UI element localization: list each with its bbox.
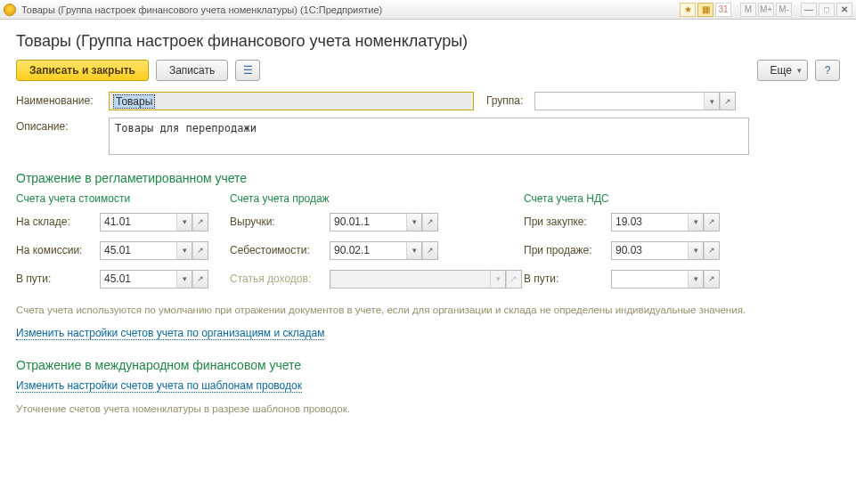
subsection-sales: Счета учета продаж	[230, 192, 524, 205]
vat-sale-open[interactable]: ↗	[704, 241, 720, 260]
page-title: Товары (Группа настроек финансового учет…	[16, 32, 840, 51]
sales-revenue-dropdown[interactable]: ▾	[406, 213, 422, 232]
close-icon[interactable]: ✕	[836, 3, 852, 17]
sales-revenue-combo[interactable]: ▾ ↗	[330, 213, 438, 232]
section-reg-accounting: Отражение в регламетированном учете	[16, 171, 840, 185]
cost-commission-input[interactable]	[100, 241, 176, 260]
sales-cogs-label: Себестоимости:	[230, 244, 330, 256]
form-list-button[interactable]: ☰	[235, 60, 260, 81]
link-accounts-by-org[interactable]: Изменить настройки счетов учета по орган…	[16, 327, 324, 340]
sales-cogs-input[interactable]	[330, 241, 406, 260]
cost-instock-combo[interactable]: ▾ ↗	[100, 213, 208, 232]
sales-revenue-input[interactable]	[330, 213, 406, 232]
titlebar-controls: ★ ▦ 31 M M+ M- — □ ✕	[680, 3, 852, 17]
cost-commission-dropdown[interactable]: ▾	[176, 241, 192, 260]
subsection-cost: Счета учета стоимости	[16, 192, 230, 205]
save-and-close-button[interactable]: Записать и закрыть	[16, 60, 149, 81]
titlebar-memory-mminus-icon[interactable]: M-	[776, 3, 792, 17]
vat-sale-label: При продаже:	[524, 244, 611, 256]
ifrs-hint: Уточнение счетов учета номенклатуры в ра…	[16, 402, 840, 417]
vat-transit-dropdown[interactable]: ▾	[688, 270, 704, 289]
cost-instock-input[interactable]	[100, 213, 176, 232]
sales-income-input	[330, 270, 490, 289]
vat-purchase-open[interactable]: ↗	[704, 213, 720, 232]
list-icon: ☰	[243, 64, 253, 77]
titlebar-memory-mplus-icon[interactable]: M+	[758, 3, 774, 17]
maximize-icon[interactable]: □	[819, 3, 835, 17]
name-input[interactable]: Товары	[109, 92, 474, 110]
minimize-icon[interactable]: —	[801, 3, 817, 17]
titlebar-grid-icon[interactable]: ▦	[697, 3, 713, 17]
save-button[interactable]: Записать	[156, 60, 228, 81]
vat-transit-input[interactable]	[611, 270, 688, 289]
cost-transit-input[interactable]	[100, 270, 176, 289]
vat-purchase-dropdown[interactable]: ▾	[688, 213, 704, 232]
vat-transit-label: В пути:	[524, 272, 611, 285]
window-titlebar: Товары (Группа настроек финансового учет…	[0, 0, 856, 20]
cost-instock-dropdown[interactable]: ▾	[176, 213, 192, 232]
sales-revenue-label: Выручки:	[230, 215, 330, 228]
app-icon	[4, 4, 16, 16]
vat-purchase-combo[interactable]: ▾ ↗	[611, 213, 720, 232]
description-label: Описание:	[16, 118, 109, 133]
sales-cogs-combo[interactable]: ▾ ↗	[330, 241, 438, 260]
group-input[interactable]	[534, 92, 704, 110]
cost-transit-combo[interactable]: ▾ ↗	[100, 270, 208, 289]
cost-transit-open[interactable]: ↗	[192, 270, 208, 289]
group-combo[interactable]: ▾ ↗	[534, 92, 736, 110]
cost-transit-dropdown[interactable]: ▾	[176, 270, 192, 289]
name-label: Наименование:	[16, 92, 109, 107]
subsection-vat: Счета учета НДС	[524, 192, 840, 205]
cost-instock-open[interactable]: ↗	[192, 213, 208, 232]
sales-cogs-dropdown[interactable]: ▾	[406, 241, 422, 260]
cost-commission-open[interactable]: ↗	[192, 241, 208, 260]
help-button[interactable]: ?	[815, 60, 840, 81]
vat-transit-combo[interactable]: ▾ ↗	[611, 270, 720, 289]
accounts-grid: Счета учета стоимости На складе: ▾ ↗ На …	[16, 192, 840, 297]
titlebar-star-icon[interactable]: ★	[680, 3, 696, 17]
group-open-button[interactable]: ↗	[720, 92, 736, 110]
titlebar-calendar-icon[interactable]: 31	[715, 3, 731, 17]
group-label: Группа:	[486, 92, 534, 107]
titlebar-memory-m-icon[interactable]: M	[740, 3, 756, 17]
vat-sale-combo[interactable]: ▾ ↗	[611, 241, 720, 260]
sales-revenue-open[interactable]: ↗	[422, 213, 438, 232]
description-input[interactable]: Товары для перепродажи	[109, 118, 749, 155]
window-title: Товары (Группа настроек финансового учет…	[21, 4, 680, 15]
cost-commission-label: На комиссии:	[16, 244, 100, 256]
accounts-hint: Счета учета используются по умолчанию пр…	[16, 303, 840, 318]
more-label: Еще	[770, 64, 792, 77]
vat-sale-dropdown[interactable]: ▾	[688, 241, 704, 260]
vat-purchase-label: При закупке:	[524, 215, 611, 228]
cost-instock-label: На складе:	[16, 215, 100, 228]
section-ifrs: Отражение в международном финансовом уче…	[16, 358, 840, 372]
sales-income-open: ↗	[506, 270, 522, 289]
vat-sale-input[interactable]	[611, 241, 688, 260]
more-button[interactable]: Еще	[757, 60, 808, 81]
sales-income-dropdown: ▾	[490, 270, 506, 289]
cost-transit-label: В пути:	[16, 272, 100, 285]
sales-cogs-open[interactable]: ↗	[422, 241, 438, 260]
sales-income-combo: ▾ ↗	[330, 270, 522, 289]
link-accounts-by-template[interactable]: Изменить настройки счетов учета по шабло…	[16, 379, 302, 393]
cost-commission-combo[interactable]: ▾ ↗	[100, 241, 208, 260]
sales-income-label: Статья доходов:	[230, 272, 330, 285]
name-value: Товары	[113, 94, 155, 109]
vat-transit-open[interactable]: ↗	[704, 270, 720, 289]
group-dropdown-button[interactable]: ▾	[704, 92, 720, 110]
vat-purchase-input[interactable]	[611, 213, 688, 232]
toolbar: Записать и закрыть Записать ☰ Еще ?	[16, 60, 840, 81]
